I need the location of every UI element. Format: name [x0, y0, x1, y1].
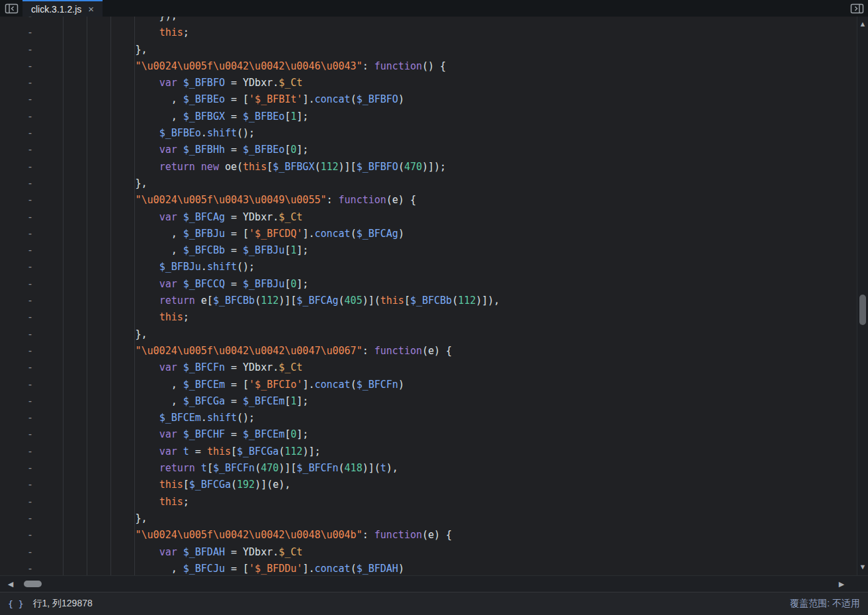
code-line[interactable]: - var $_BFBHh = $_BFBEo[0]; — [0, 142, 857, 158]
code-line[interactable]: - var $_BFCFn = YDbxr.$_Ct — [0, 359, 857, 376]
code-line[interactable]: - this; — [0, 309, 857, 326]
gutter-line-mark[interactable]: - — [0, 460, 40, 477]
code-line[interactable]: - }, — [0, 326, 857, 343]
code-line-text: }), — [40, 17, 177, 24]
gutter-line-mark[interactable]: - — [0, 142, 40, 158]
gutter-line-mark[interactable]: - — [0, 226, 40, 242]
gutter-line-mark[interactable]: - — [0, 276, 40, 293]
gutter-line-mark[interactable]: - — [0, 494, 40, 510]
gutter-line-mark[interactable]: - — [0, 42, 40, 58]
scroll-up-arrow-icon[interactable]: ▲ — [857, 19, 868, 28]
code-line[interactable]: - }, — [0, 175, 857, 192]
gutter-line-mark[interactable]: - — [0, 91, 40, 108]
code-line[interactable]: - , $_BFCEm = ['$_BFCIo'].concat($_BFCFn… — [0, 377, 857, 393]
code-line[interactable]: - return e[$_BFCBb(112)][$_BFCAg(405)](t… — [0, 293, 857, 309]
code-line[interactable]: - "\u0024\u005f\u0042\u0042\u0048\u004b"… — [0, 527, 857, 544]
gutter-line-mark[interactable]: - — [0, 175, 40, 192]
file-tab[interactable]: click.3.1.2.js × — [22, 0, 103, 17]
gutter-line-mark[interactable]: - — [0, 309, 40, 326]
toggle-debugger-sidebar-button[interactable] — [846, 0, 868, 17]
gutter-line-mark[interactable]: - — [0, 561, 40, 575]
gutter-line-mark[interactable]: - — [0, 109, 40, 125]
code-line-text: "\u0024\u005f\u0043\u0049\u0055": functi… — [40, 192, 416, 209]
code-line[interactable]: - this; — [0, 494, 857, 510]
code-line[interactable]: - var $_BFDAH = YDbxr.$_Ct — [0, 544, 857, 561]
code-line-text: "\u0024\u005f\u0042\u0042\u0048\u004b": … — [40, 527, 452, 544]
code-line[interactable]: - }), — [0, 17, 857, 24]
code-line[interactable]: - }, — [0, 42, 857, 58]
scroll-left-arrow-icon[interactable]: ◀ — [5, 579, 16, 589]
code-line-text: var $_BFCHF = $_BFCEm[0]; — [40, 426, 308, 443]
code-line[interactable]: - $_BFBEo.shift(); — [0, 125, 857, 142]
code-line-text: }, — [40, 510, 148, 527]
gutter-line-mark[interactable]: - — [0, 192, 40, 209]
code-lines: - }),- this;- },- "\u0024\u005f\u0042\u0… — [0, 17, 857, 575]
code-line-text: }, — [40, 326, 148, 343]
gutter-line-mark[interactable]: - — [0, 426, 40, 443]
gutter-line-mark[interactable]: - — [0, 75, 40, 91]
scroll-down-arrow-icon[interactable]: ▼ — [857, 562, 868, 571]
code-line[interactable]: - return t[$_BFCFn(470)][$_BFCFn(418)](t… — [0, 460, 857, 477]
code-line[interactable]: - var t = this[$_BFCGa(112)]; — [0, 444, 857, 460]
code-line-text: var $_BFDAH = YDbxr.$_Ct — [40, 544, 302, 561]
code-editor[interactable]: - }),- this;- },- "\u0024\u005f\u0042\u0… — [0, 17, 868, 575]
code-line-text: var $_BFCAg = YDbxr.$_Ct — [40, 209, 302, 226]
gutter-line-mark[interactable]: - — [0, 326, 40, 343]
code-line[interactable]: - $_BFBJu.shift(); — [0, 259, 857, 275]
gutter-line-mark[interactable]: - — [0, 17, 40, 24]
gutter-line-mark[interactable]: - — [0, 444, 40, 460]
gutter-line-mark[interactable]: - — [0, 58, 40, 75]
toggle-navigator-button[interactable] — [0, 0, 22, 17]
gutter-line-mark[interactable]: - — [0, 410, 40, 426]
code-line[interactable]: - var $_BFBFO = YDbxr.$_Ct — [0, 75, 857, 91]
code-line-text: var t = this[$_BFCGa(112)]; — [40, 444, 320, 460]
pretty-print-icon[interactable]: { } — [8, 599, 23, 609]
vertical-scrollbar[interactable]: ▲ ▼ — [857, 17, 868, 575]
code-line[interactable]: - return new oe(this[$_BFBGX(112)][$_BFB… — [0, 159, 857, 175]
code-line[interactable]: - , $_BFCBb = $_BFBJu[1]; — [0, 242, 857, 259]
code-line[interactable]: - "\u0024\u005f\u0042\u0042\u0046\u0043"… — [0, 58, 857, 75]
gutter-line-mark[interactable]: - — [0, 477, 40, 493]
code-line-text: , $_BFBEo = ['$_BFBIt'].concat($_BFBFO) — [40, 91, 404, 108]
code-line-text: , $_BFCEm = ['$_BFCIo'].concat($_BFCFn) — [40, 377, 404, 393]
scroll-right-arrow-icon[interactable]: ▶ — [836, 579, 847, 589]
status-bar: { } 行1, 列129878 覆盖范围: 不适用 — [0, 592, 868, 615]
code-line[interactable]: - var $_BFCCQ = $_BFBJu[0]; — [0, 276, 857, 293]
code-line[interactable]: - , $_BFCGa = $_BFCEm[1]; — [0, 393, 857, 410]
code-line-text: return e[$_BFCBb(112)][$_BFCAg(405)](thi… — [40, 293, 499, 309]
gutter-line-mark[interactable]: - — [0, 510, 40, 527]
gutter-line-mark[interactable]: - — [0, 359, 40, 376]
horizontal-scrollbar-thumb[interactable] — [24, 581, 42, 587]
gutter-line-mark[interactable]: - — [0, 343, 40, 359]
code-line[interactable]: - , $_BFBJu = ['$_BFCDQ'].concat($_BFCAg… — [0, 226, 857, 242]
gutter-line-mark[interactable]: - — [0, 159, 40, 175]
code-line-text: , $_BFCGa = $_BFCEm[1]; — [40, 393, 308, 410]
code-line[interactable]: - , $_BFBGX = $_BFBEo[1]; — [0, 109, 857, 125]
horizontal-scrollbar[interactable]: ◀ ▶ — [0, 575, 868, 592]
code-line[interactable]: - "\u0024\u005f\u0042\u0042\u0047\u0067"… — [0, 343, 857, 359]
gutter-line-mark[interactable]: - — [0, 527, 40, 544]
code-line[interactable]: - var $_BFCHF = $_BFCEm[0]; — [0, 426, 857, 443]
tab-close-icon[interactable]: × — [88, 4, 94, 14]
code-line[interactable]: - , $_BFBEo = ['$_BFBIt'].concat($_BFBFO… — [0, 91, 857, 108]
code-line[interactable]: - }, — [0, 510, 857, 527]
gutter-line-mark[interactable]: - — [0, 242, 40, 259]
code-line[interactable]: - this; — [0, 24, 857, 41]
gutter-line-mark[interactable]: - — [0, 209, 40, 226]
vertical-scrollbar-thumb[interactable] — [859, 295, 866, 325]
code-line-text: , $_BFCBb = $_BFBJu[1]; — [40, 242, 308, 259]
gutter-line-mark[interactable]: - — [0, 259, 40, 275]
code-line-text: var $_BFCFn = YDbxr.$_Ct — [40, 359, 302, 376]
panel-right-arrow-icon — [850, 3, 864, 14]
code-line[interactable]: - , $_BFCJu = ['$_BFDDu'].concat($_BFDAH… — [0, 561, 857, 575]
gutter-line-mark[interactable]: - — [0, 393, 40, 410]
code-line[interactable]: - $_BFCEm.shift(); — [0, 410, 857, 426]
gutter-line-mark[interactable]: - — [0, 24, 40, 41]
gutter-line-mark[interactable]: - — [0, 377, 40, 393]
gutter-line-mark[interactable]: - — [0, 125, 40, 142]
gutter-line-mark[interactable]: - — [0, 293, 40, 309]
code-line[interactable]: - this[$_BFCGa(192)](e), — [0, 477, 857, 493]
gutter-line-mark[interactable]: - — [0, 544, 40, 561]
code-line[interactable]: - var $_BFCAg = YDbxr.$_Ct — [0, 209, 857, 226]
code-line[interactable]: - "\u0024\u005f\u0043\u0049\u0055": func… — [0, 192, 857, 209]
